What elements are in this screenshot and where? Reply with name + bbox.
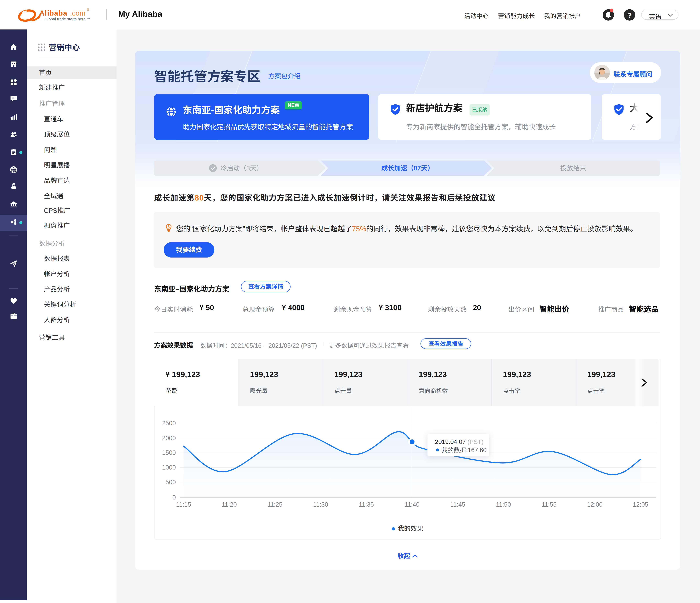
- svg-text:我的数据:167.60: 我的数据:167.60: [442, 447, 486, 453]
- svg-text:11:35: 11:35: [359, 501, 374, 508]
- svg-text:2019.04.07 (PST): 2019.04.07 (PST): [435, 439, 483, 445]
- svg-text:2000: 2000: [162, 435, 176, 442]
- svg-text:11:50: 11:50: [496, 501, 511, 508]
- svg-text:®: ®: [87, 8, 89, 11]
- svg-text:11:15: 11:15: [176, 501, 191, 508]
- svg-text:1000: 1000: [162, 464, 176, 471]
- svg-text:2500: 2500: [162, 420, 176, 427]
- svg-text:1500: 1500: [162, 449, 176, 456]
- svg-text:Alibaba: Alibaba: [40, 9, 68, 17]
- svg-text:Global trade starts here.™: Global trade starts here.™: [45, 17, 91, 21]
- svg-text:11:55: 11:55: [542, 501, 557, 508]
- svg-text:11:25: 11:25: [268, 501, 282, 508]
- svg-text:11:45: 11:45: [450, 501, 465, 508]
- svg-text:11:30: 11:30: [313, 501, 328, 508]
- svg-text:11:20: 11:20: [222, 501, 237, 508]
- svg-text:12:05: 12:05: [633, 501, 648, 508]
- svg-text:0: 0: [172, 494, 176, 501]
- svg-text:12:00: 12:00: [587, 501, 602, 508]
- svg-text:11:40: 11:40: [405, 501, 420, 508]
- svg-text:.com: .com: [70, 9, 85, 17]
- svg-text:500: 500: [166, 479, 176, 486]
